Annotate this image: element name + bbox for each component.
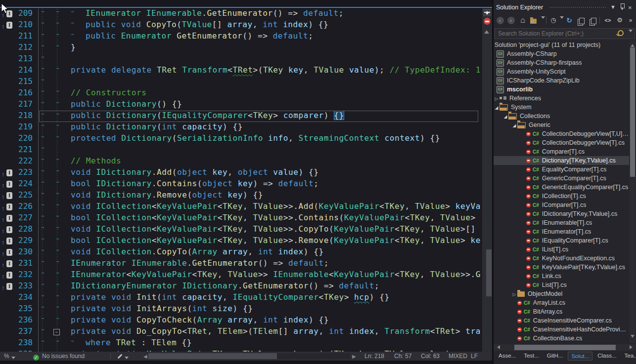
override-indicator-icon[interactable]: ↑I — [0, 236, 15, 247]
panel-tab-gith[interactable]: GitH... — [544, 352, 566, 361]
code-line[interactable]: 235→→private void InitArrays(int size) {… — [0, 304, 482, 315]
filter-caret-icon[interactable] — [560, 16, 564, 21]
collapse-box-icon[interactable]: − — [0, 326, 15, 338]
tree-item-ilist-t-cs[interactable]: C#IList[T].cs — [494, 245, 629, 254]
tree-item-ienumerable-t-cs[interactable]: C#IEnumerable[T].cs — [494, 218, 629, 227]
code-line[interactable]: 234→→private void Init(int capacity, IEq… — [0, 292, 482, 304]
scroll-up-button[interactable] — [484, 28, 489, 34]
tree-scroll-up-icon[interactable] — [631, 42, 635, 47]
tree-item-arraylist-cs[interactable]: C#ArrayList.cs — [494, 298, 629, 307]
code-cleanup-control[interactable] — [117, 352, 129, 361]
tree-item-icollection-t-cs[interactable]: C#ICollection[T].cs — [494, 192, 629, 201]
code-line[interactable]: −237→→private void Do_CopyTo<TRet, TElem… — [0, 326, 482, 338]
code-line[interactable]: 218→→public Dictionary(IEqualityComparer… — [0, 111, 482, 122]
tree-item-comparer-t-cs[interactable]: C#Comparer[T].cs — [494, 147, 629, 156]
switch-views-button[interactable] — [529, 16, 538, 25]
show-all-files-button[interactable] — [588, 16, 597, 25]
override-indicator-icon[interactable]: ↑I — [0, 202, 15, 213]
code-line[interactable]: ↑I224→→bool IDictionary.Contains(object … — [0, 179, 482, 190]
tree-item-objectmodel[interactable]: ▷ObjectModel — [494, 289, 629, 298]
code-line[interactable]: ↑I229→→bool ICollection<KeyValuePair<TKe… — [0, 236, 482, 247]
tree-hscroll-thumb[interactable] — [514, 345, 616, 350]
tree-item-mscorlib[interactable]: C#mscorlib — [494, 85, 629, 94]
code-line[interactable]: 216→→// Constructors — [0, 88, 482, 99]
refresh-button[interactable]: ↻ — [565, 16, 574, 25]
tree-item-references[interactable]: ▷References — [494, 94, 629, 103]
solution-explorer-titlebar[interactable]: Solution Explorer ▼ × — [494, 0, 636, 14]
override-indicator-icon[interactable]: ↑I — [0, 167, 15, 179]
collapse-all-button[interactable] — [576, 16, 585, 25]
tree-horizontal-scrollbar[interactable] — [494, 344, 636, 351]
tree-vscroll-thumb[interactable] — [630, 47, 635, 177]
tree-scroll-left-icon[interactable] — [495, 345, 500, 349]
issues-indicator[interactable]: ✓No issues found — [33, 352, 85, 361]
editor-scrollbar[interactable] — [482, 8, 492, 352]
tree-item-ienumerator-t-cs[interactable]: C#IEnumerator[T].cs — [494, 227, 629, 236]
code-line[interactable]: 221→ — [0, 145, 482, 156]
pin-icon[interactable] — [620, 3, 625, 10]
search-options-caret-icon[interactable] — [629, 30, 633, 34]
tree-item-keynotfoundexception-cs[interactable]: C#KeyNotFoundException.cs — [494, 254, 629, 263]
override-indicator-icon[interactable]: ↑I — [0, 281, 15, 292]
tree-item-collectiondebuggerview-t-cs[interactable]: C#CollectionDebuggerView[T].cs — [494, 138, 629, 147]
tree-item-collectiondebuggerview-t-u-cs[interactable]: C#CollectionDebuggerView[T,U].cs — [494, 129, 629, 138]
collapsed-arrow-icon[interactable]: ▷ — [511, 289, 517, 299]
tree-scroll-down-icon[interactable] — [631, 335, 635, 340]
code-line[interactable]: 222→→// Methods — [0, 156, 482, 167]
tree-item-collections[interactable]: ◢Collections — [494, 112, 629, 121]
override-indicator-icon[interactable]: ↑I — [0, 179, 15, 190]
code-line[interactable]: 238→→→where TRet : TElem {} — [0, 338, 482, 349]
code-editor[interactable]: ↑I209→→→IEnumerator IEnumerable.GetEnume… — [0, 0, 492, 352]
tree-item-idictionary-tkey-tvalue-cs[interactable]: C#IDictionary[TKey,TValue].cs — [494, 209, 629, 218]
code-line[interactable]: 212→→} — [0, 42, 482, 54]
tree-item-icomparer-t-cs[interactable]: C#IComparer[T].cs — [494, 201, 629, 209]
tree-item-genericcomparer-t-cs[interactable]: C#GenericComparer[T].cs — [494, 174, 629, 183]
code-line[interactable]: ↑I228→→void ICollection<KeyValuePair<TKe… — [0, 224, 482, 236]
override-indicator-icon[interactable]: ↑I — [0, 270, 15, 281]
override-indicator-icon[interactable]: ↑I — [0, 8, 15, 20]
tree-item-genericequalitycomparer-t-cs[interactable]: C#GenericEqualityComparer[T].cs — [494, 183, 629, 192]
view-code-button[interactable]: <> — [603, 16, 612, 25]
search-input[interactable] — [497, 29, 613, 38]
collapsed-arrow-icon[interactable]: ▷ — [494, 94, 500, 103]
tree-item-equalitycomparer-t-cs[interactable]: C#EqualityComparer[T].cs — [494, 165, 629, 174]
panel-tab-class[interactable]: Class... — [594, 352, 619, 361]
window-position-caret-icon[interactable]: ▼ — [610, 4, 616, 10]
code-line[interactable]: ↑I232→→IEnumerator<KeyValuePair<TKey, TV… — [0, 270, 482, 281]
pending-changes-filter-button[interactable]: ◷ — [549, 16, 558, 25]
properties-wrench-button[interactable]: ⚙ — [615, 16, 624, 25]
tree-item-icsharpcode-sharpziplib[interactable]: C#ICSharpCode.SharpZipLib — [494, 76, 629, 85]
code-line[interactable]: ↑I210→→→public void CopyTo(TValue[] arra… — [0, 20, 482, 31]
panel-tab-solut[interactable]: Solut... — [568, 352, 592, 361]
tree-item-collectionbase-cs[interactable]: C#CollectionBase.cs — [494, 334, 629, 343]
override-indicator-icon[interactable]: ↑I — [0, 258, 15, 270]
code-line[interactable]: 214→→private delegate TRet Transform<TRe… — [0, 65, 482, 77]
code-line[interactable]: 215→ — [0, 77, 482, 88]
tree-item-caseinsensitivehashcodeprovider-cs[interactable]: C#CaseInsensitiveHashCodeProvider.cs — [494, 325, 629, 334]
horizontal-scrollbar[interactable] — [148, 353, 350, 359]
code-line[interactable]: ↑I227→→bool ICollection<KeyValuePair<TKe… — [0, 213, 482, 224]
code-line[interactable]: ↑I230→→void ICollection.CopyTo(Array arr… — [0, 247, 482, 258]
tree-item-link-cs[interactable]: C#Link.cs — [494, 272, 629, 281]
code-line[interactable]: ↑I209→→→IEnumerator IEnumerable.GetEnume… — [0, 8, 482, 20]
tree-item-assembly-unityscript[interactable]: C#Assembly-UnityScript — [494, 67, 629, 76]
expanded-arrow-icon[interactable]: ◢ — [494, 103, 500, 112]
tree-item-iequalitycomparer-t-cs[interactable]: C#IEqualityComparer[T].cs — [494, 236, 629, 245]
override-indicator-icon[interactable]: ↑I — [0, 190, 15, 202]
tree-item-caseinsensitivecomparer-cs[interactable]: C#CaseInsensitiveComparer.cs — [494, 316, 629, 325]
tree-item-bitarray-cs[interactable]: C#BitArray.cs — [494, 307, 629, 316]
code-lines[interactable]: ↑I209→→→IEnumerator IEnumerable.GetEnume… — [0, 8, 482, 352]
editor-splitter-grip[interactable] — [483, 9, 491, 16]
code-line[interactable]: 236→→private void CopyToCheck(Array arra… — [0, 315, 482, 326]
vertical-scrollbar-thumb[interactable] — [486, 249, 492, 296]
override-indicator-icon[interactable]: ↑I — [0, 247, 15, 258]
override-indicator-icon[interactable]: ↑I — [0, 20, 15, 31]
code-line[interactable]: ↑I233→→IDictionaryEnumerator IDictionary… — [0, 281, 482, 292]
home-button[interactable]: ⌂ — [518, 16, 527, 25]
expanded-arrow-icon[interactable]: ◢ — [502, 112, 508, 121]
tree-item-keyvaluepair-tkey-tvalue-cs[interactable]: C#KeyValuePair[TKey,TValue].cs — [494, 263, 629, 272]
panel-tab-test[interactable]: Test... — [521, 352, 542, 361]
code-line[interactable]: 211→→→public Enumerator GetEnumerator() … — [0, 31, 482, 42]
tree-item-system[interactable]: ◢System — [494, 103, 629, 112]
tree-item-dictionary-tkey-tvalue-cs[interactable]: C#Dictionary[TKey,TValue].cs — [494, 156, 629, 165]
